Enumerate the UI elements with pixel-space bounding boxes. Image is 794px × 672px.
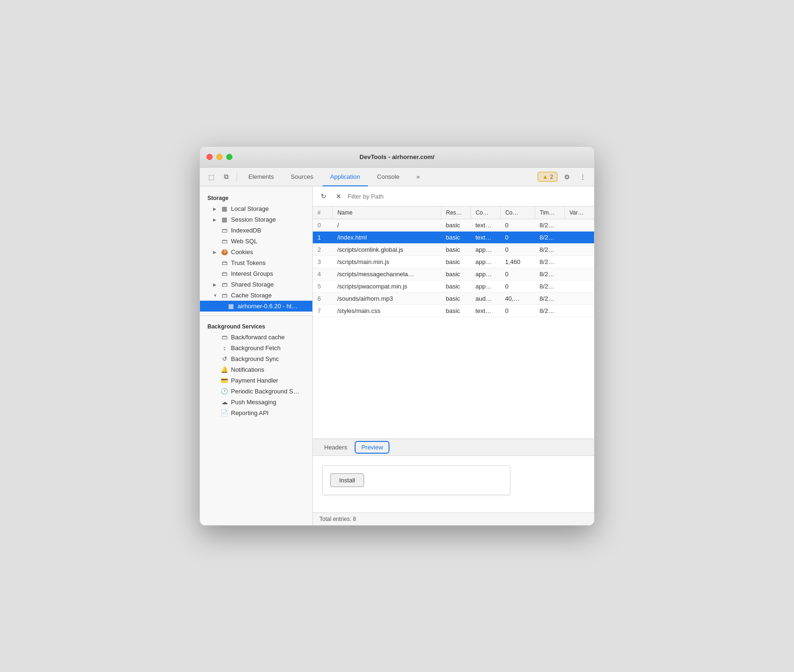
sidebar-item-payment-handler[interactable]: 💳 Payment Handler — [200, 375, 312, 386]
col-header-name: Name — [333, 207, 441, 219]
table-row[interactable]: 1/index.htmlbasictext…08/2… — [313, 232, 594, 244]
sidebar-item-websql[interactable]: 🗃 Web SQL — [200, 236, 312, 247]
sidebar-item-push-messaging[interactable]: ☁ Push Messaging — [200, 397, 312, 408]
refresh-icon: ↻ — [321, 192, 326, 200]
bg-fetch-icon: ↕ — [221, 344, 228, 352]
col-header-tim: Tim… — [535, 207, 564, 219]
storage-section-title: Storage — [200, 191, 312, 203]
clear-button[interactable]: ✕ — [333, 190, 345, 202]
table-row[interactable]: 3/scripts/main.min.jsbasicapp…1,4608/2… — [313, 256, 594, 268]
cache-table: # Name Res… Co… Co… Tim… Var… 0/basictex… — [313, 207, 594, 439]
sidebar-item-trust-tokens[interactable]: 🗃 Trust Tokens — [200, 257, 312, 268]
warning-icon: ▲ — [542, 173, 548, 180]
tab-elements[interactable]: Elements — [241, 168, 281, 186]
sidebar-item-label: Web SQL — [231, 238, 257, 245]
tab-headers[interactable]: Headers — [318, 440, 354, 455]
more-options-button[interactable]: ⋮ — [576, 170, 589, 184]
sidebar-item-label: IndexedDB — [231, 227, 261, 234]
titlebar: DevTools - airhorner.com/ — [200, 147, 594, 168]
content-area: ↻ ✕ # Name Res… Co… Co… — [313, 186, 594, 525]
sidebar-item-periodic-bg[interactable]: 🕐 Periodic Background S… — [200, 386, 312, 397]
col-header-res: Res… — [441, 207, 471, 219]
tab-console[interactable]: Console — [370, 168, 407, 186]
table-row[interactable]: 5/scripts/pwacompat.min.jsbasicapp…08/2… — [313, 280, 594, 293]
reporting-api-icon: 📄 — [221, 409, 228, 416]
toolbar-separator-1 — [237, 172, 237, 182]
sidebar-item-cache-storage-sub[interactable]: ▦ airhorner-0.6.20 - ht… — [200, 301, 312, 312]
sidebar-item-label: Local Storage — [231, 205, 269, 212]
sidebar-item-indexeddb[interactable]: 🗃 IndexedDB — [200, 225, 312, 236]
table-row[interactable]: 4/scripts/messagechannela…basicapp…08/2… — [313, 268, 594, 280]
cache-storage-icon: 🗃 — [221, 292, 228, 299]
settings-button[interactable]: ⚙ — [560, 170, 573, 184]
sidebar-item-bg-fetch[interactable]: ↕ Background Fetch — [200, 343, 312, 353]
table-row[interactable]: 7/styles/main.cssbasictext…08/2… — [313, 305, 594, 317]
tab-application[interactable]: Application — [323, 168, 368, 186]
arrow-icon: ▼ — [213, 293, 218, 298]
sidebar-item-label: Payment Handler — [231, 377, 278, 384]
close-button[interactable] — [206, 154, 213, 160]
sidebar-item-label: Background Fetch — [231, 344, 281, 352]
sidebar-item-reporting-api[interactable]: 📄 Reporting API — [200, 408, 312, 418]
table-row[interactable]: 6/sounds/airhorn.mp3basicaud…40,…8/2… — [313, 293, 594, 305]
cache-entries-table: # Name Res… Co… Co… Tim… Var… 0/basictex… — [313, 207, 594, 317]
device-toggle-button[interactable]: ⧉ — [220, 170, 233, 184]
back-forward-icon: 🗃 — [221, 334, 228, 341]
sidebar-item-local-storage[interactable]: ▶ ▦ Local Storage — [200, 203, 312, 214]
sidebar-item-interest-groups[interactable]: 🗃 Interest Groups — [200, 268, 312, 279]
arrow-icon: ▶ — [213, 282, 218, 287]
warning-badge[interactable]: ▲ 2 — [538, 172, 557, 182]
status-text: Total entries: 8 — [319, 516, 356, 522]
sidebar-item-label: Session Storage — [231, 216, 276, 223]
sidebar-item-label: Push Messaging — [231, 399, 276, 406]
bg-sync-icon: ↺ — [221, 355, 228, 362]
cookies-icon: 🍪 — [221, 249, 228, 256]
col-header-co1: Co… — [471, 207, 500, 219]
table-row[interactable]: 0/basictext…08/2… — [313, 219, 594, 232]
sidebar-item-label: airhorner-0.6.20 - ht… — [238, 303, 298, 310]
install-button[interactable]: Install — [330, 473, 364, 487]
cursor-icon: ⬚ — [208, 173, 214, 181]
trust-tokens-icon: 🗃 — [221, 259, 228, 266]
sidebar-item-label: Interest Groups — [231, 270, 273, 277]
warning-count: 2 — [550, 174, 553, 180]
table-row[interactable]: 2/scripts/comlink.global.jsbasicapp…08/2… — [313, 244, 594, 256]
panel-tabs-bar: Headers Preview — [313, 439, 594, 456]
arrow-icon: ▶ — [213, 207, 218, 211]
websql-icon: 🗃 — [221, 238, 228, 245]
sidebar-item-session-storage[interactable]: ▶ ▦ Session Storage — [200, 214, 312, 225]
table-body: 0/basictext…08/2…1/index.htmlbasictext…0… — [313, 219, 594, 317]
sidebar-item-label: Cache Storage — [231, 292, 272, 299]
sidebar-item-label: Shared Storage — [231, 281, 274, 288]
bg-services-section-title: Background Services — [200, 320, 312, 332]
periodic-bg-icon: 🕐 — [221, 388, 228, 395]
sidebar-item-shared-storage[interactable]: ▶ 🗃 Shared Storage — [200, 279, 312, 290]
maximize-button[interactable] — [226, 154, 232, 160]
sidebar-item-notifications[interactable]: 🔔 Notifications — [200, 364, 312, 375]
tab-sources[interactable]: Sources — [283, 168, 321, 186]
sidebar-item-back-forward[interactable]: 🗃 Back/forward cache — [200, 332, 312, 343]
sidebar-item-cache-storage[interactable]: ▼ 🗃 Cache Storage — [200, 290, 312, 301]
sidebar-item-label: Reporting API — [231, 409, 269, 416]
local-storage-icon: ▦ — [221, 205, 228, 212]
gear-icon: ⚙ — [564, 173, 570, 181]
sidebar: Storage ▶ ▦ Local Storage ▶ ▦ Session St… — [200, 186, 313, 525]
sidebar-item-label: Background Sync — [231, 355, 279, 362]
filter-input[interactable] — [348, 193, 589, 200]
close-icon: ✕ — [336, 192, 341, 200]
sidebar-item-cookies[interactable]: ▶ 🍪 Cookies — [200, 247, 312, 257]
sidebar-divider — [200, 315, 312, 316]
refresh-button[interactable]: ↻ — [318, 190, 330, 202]
cursor-tool-button[interactable]: ⬚ — [205, 170, 218, 184]
arrow-icon: ▶ — [213, 217, 218, 222]
payment-handler-icon: 💳 — [221, 377, 228, 384]
minimize-button[interactable] — [216, 154, 222, 160]
session-storage-icon: ▦ — [221, 216, 228, 223]
tab-preview[interactable]: Preview — [355, 441, 389, 454]
filter-bar: ↻ ✕ — [313, 186, 594, 207]
sidebar-item-label: Notifications — [231, 366, 264, 373]
sidebar-item-label: Cookies — [231, 248, 253, 256]
sidebar-item-bg-sync[interactable]: ↺ Background Sync — [200, 353, 312, 364]
interest-groups-icon: 🗃 — [221, 270, 228, 277]
tab-more[interactable]: » — [409, 168, 427, 186]
